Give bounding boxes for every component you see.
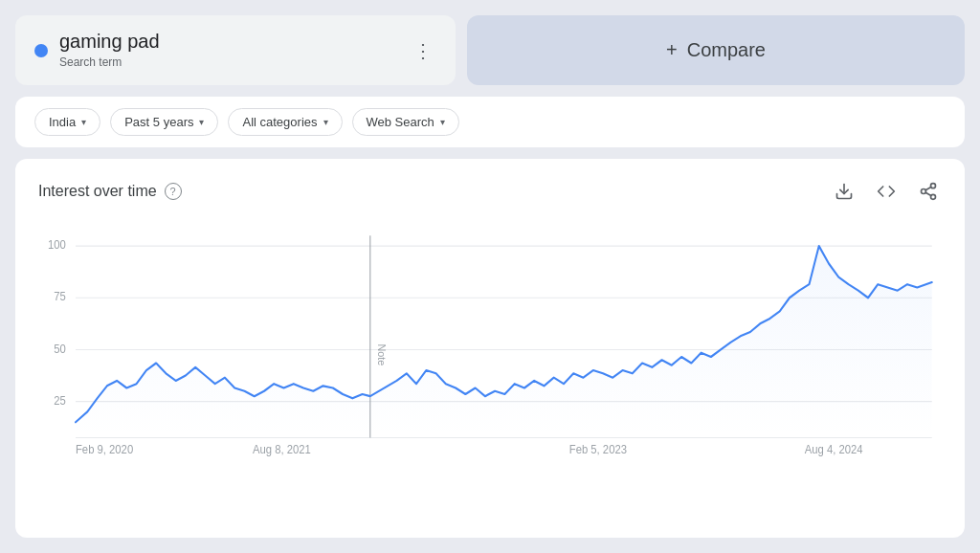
svg-line-5 — [925, 187, 931, 189]
y-label-75: 75 — [54, 290, 66, 302]
y-label-100: 100 — [48, 238, 66, 251]
share-button[interactable] — [915, 178, 942, 205]
more-options-icon[interactable]: ⋮ — [410, 35, 436, 66]
x-label-2021: Aug 8, 2021 — [253, 442, 311, 454]
compare-card[interactable]: + Compare — [467, 15, 965, 85]
search-type-chevron-icon: ▾ — [440, 117, 445, 127]
embed-icon — [877, 182, 896, 201]
time-range-filter[interactable]: Past 5 years ▾ — [110, 108, 218, 136]
search-term-card: gaming pad Search term ⋮ — [15, 15, 456, 85]
search-term-text: gaming pad Search term — [59, 31, 160, 70]
region-chevron-icon: ▾ — [81, 117, 86, 127]
share-icon — [919, 182, 938, 201]
x-label-2020: Feb 9, 2020 — [76, 442, 133, 454]
svg-line-4 — [925, 192, 931, 195]
region-label: India — [49, 115, 76, 129]
download-icon — [835, 182, 854, 201]
search-term-left: gaming pad Search term — [34, 31, 160, 70]
chart-title: Interest over time — [38, 183, 157, 200]
filters-row: India ▾ Past 5 years ▾ All categories ▾ … — [15, 97, 965, 147]
compare-label: + Compare — [666, 39, 766, 61]
x-label-2023: Feb 5, 2023 — [569, 442, 627, 454]
chart-title-group: Interest over time ? — [38, 183, 182, 200]
y-label-50: 50 — [54, 342, 66, 354]
chart-svg: 100 75 50 25 Note Feb 9, 2020 Aug 8, 202… — [38, 220, 942, 469]
download-button[interactable] — [831, 178, 858, 205]
time-range-label: Past 5 years — [124, 115, 193, 129]
chart-card: Interest over time ? — [15, 159, 965, 538]
note-label: Note — [376, 343, 388, 365]
x-label-2024: Aug 4, 2024 — [805, 442, 863, 454]
region-filter[interactable]: India ▾ — [34, 108, 100, 136]
help-icon[interactable]: ? — [165, 183, 182, 200]
chart-actions — [831, 178, 942, 205]
y-label-25: 25 — [54, 394, 66, 407]
chart-area-fill — [76, 246, 932, 437]
category-label: All categories — [242, 115, 317, 129]
chart-header: Interest over time ? — [38, 178, 942, 205]
search-term-title: gaming pad — [59, 31, 160, 53]
chart-container: 100 75 50 25 Note Feb 9, 2020 Aug 8, 202… — [38, 220, 942, 469]
compare-text: Compare — [687, 39, 766, 61]
search-type-filter[interactable]: Web Search ▾ — [352, 108, 459, 136]
top-row: gaming pad Search term ⋮ + Compare — [15, 15, 965, 85]
time-range-chevron-icon: ▾ — [199, 117, 204, 127]
search-term-subtitle: Search term — [59, 55, 122, 69]
category-chevron-icon: ▾ — [323, 117, 328, 127]
embed-button[interactable] — [873, 178, 900, 205]
category-filter[interactable]: All categories ▾ — [228, 108, 342, 136]
search-type-label: Web Search — [367, 115, 434, 129]
search-term-dot — [34, 44, 48, 57]
plus-icon: + — [666, 39, 678, 61]
